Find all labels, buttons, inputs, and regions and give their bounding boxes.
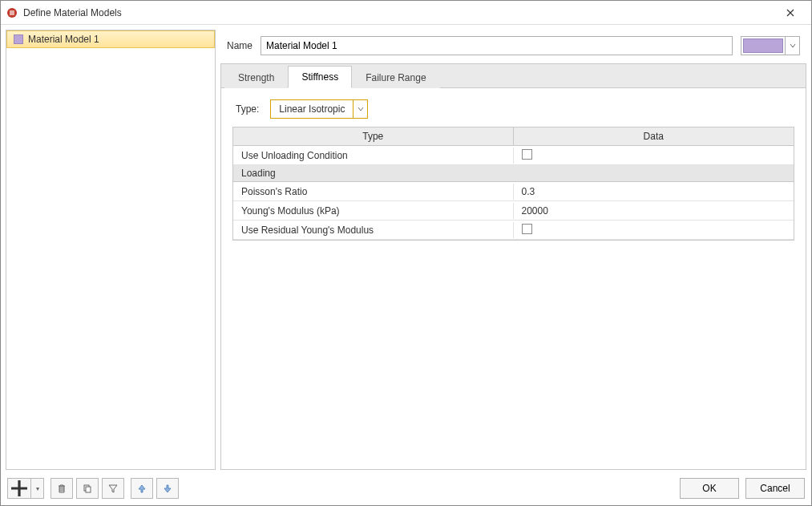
color-picker-swatch [743, 38, 783, 53]
tab-strip: Strength Stiffness Failure Range [220, 63, 806, 87]
bottom-toolbar: ▾ [6, 475, 806, 500]
table-row[interactable]: Poisson's Ratio 0.3 [233, 182, 794, 201]
prop-label: Use Residual Young's Modulus [233, 222, 514, 238]
delete-button[interactable] [50, 478, 73, 499]
material-list[interactable]: Material Model 1 [6, 30, 216, 470]
editor-panel: Name Strength Stiffness Failure Range [220, 30, 806, 470]
main-split: Material Model 1 Name Stren [6, 30, 806, 470]
checkbox-unloading-condition[interactable] [522, 149, 532, 160]
svg-rect-3 [86, 487, 91, 492]
tab-stiffness[interactable]: Stiffness [288, 66, 352, 88]
col-header-data: Data [514, 128, 794, 145]
tool-group-item [50, 478, 124, 499]
add-button-main[interactable] [8, 479, 30, 498]
tool-group-move [131, 478, 179, 499]
move-up-button[interactable] [131, 478, 153, 499]
add-button[interactable]: ▾ [7, 478, 44, 499]
prop-label: Young's Modulus (kPa) [233, 203, 514, 219]
checkbox-residual-youngs-modulus[interactable] [522, 224, 532, 234]
name-row: Name [220, 30, 806, 63]
prop-value-youngs-modulus[interactable]: 20000 [514, 203, 794, 219]
tab-strength[interactable]: Strength [224, 67, 288, 88]
type-select-value: Linear Isotropic [271, 103, 353, 115]
name-input[interactable] [261, 36, 733, 55]
material-color-swatch [14, 34, 23, 44]
material-item-label: Material Model 1 [28, 34, 99, 45]
app-icon [6, 6, 18, 19]
filter-button[interactable] [102, 478, 124, 499]
tab-failure-range[interactable]: Failure Range [352, 67, 439, 88]
properties-table-header: Type Data [233, 128, 794, 146]
type-row: Type: Linear Isotropic [232, 99, 794, 119]
client-area: Material Model 1 Name Stren [1, 25, 811, 505]
dialog-window: Define Material Models Material Model 1 … [0, 0, 812, 506]
svg-rect-1 [10, 10, 14, 15]
copy-button[interactable] [76, 478, 99, 499]
table-row[interactable]: Use Unloading Condition [233, 146, 794, 165]
window-title: Define Material Models [23, 7, 774, 18]
table-group-loading: Loading [233, 165, 794, 182]
prop-label: Poisson's Ratio [233, 184, 514, 200]
add-button-dropdown[interactable]: ▾ [30, 479, 43, 498]
prop-label: Use Unloading Condition [233, 148, 514, 164]
name-label: Name [227, 40, 252, 51]
col-header-type: Type [233, 128, 514, 145]
color-picker[interactable] [741, 36, 800, 55]
tool-group-edit: ▾ [7, 478, 44, 499]
titlebar: Define Material Models [1, 1, 811, 25]
table-row[interactable]: Young's Modulus (kPa) 20000 [233, 201, 794, 221]
prop-value[interactable] [514, 147, 794, 164]
material-list-item[interactable]: Material Model 1 [6, 30, 215, 48]
cancel-button[interactable]: Cancel [745, 478, 805, 499]
prop-value-poissons-ratio[interactable]: 0.3 [514, 184, 794, 200]
properties-table: Type Data Use Unloading Condition Loadin… [232, 127, 794, 241]
color-picker-dropdown[interactable] [785, 37, 799, 55]
tab-content-stiffness: Type: Linear Isotropic Type [220, 87, 806, 470]
tabs: Strength Stiffness Failure Range Type: L… [220, 63, 806, 470]
type-select-dropdown[interactable] [353, 100, 367, 118]
move-down-button[interactable] [156, 478, 179, 499]
type-select[interactable]: Linear Isotropic [270, 99, 368, 119]
ok-button[interactable]: OK [680, 478, 739, 499]
type-label: Type: [236, 103, 259, 115]
table-row[interactable]: Use Residual Young's Modulus [233, 221, 794, 240]
close-button[interactable] [774, 2, 806, 24]
prop-value[interactable] [514, 221, 794, 239]
